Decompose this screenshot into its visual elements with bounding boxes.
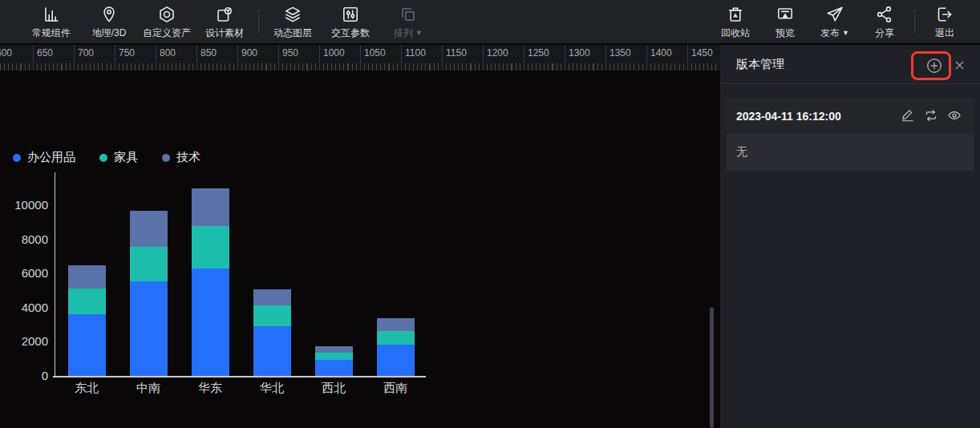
canvas-vertical-scrollbar[interactable] <box>710 307 714 428</box>
toolbar-item-arrange[interactable]: 排列▼ <box>379 0 437 43</box>
bar-segment[interactable] <box>192 269 229 376</box>
bar-segment[interactable] <box>68 265 106 289</box>
y-axis-tick-label: 10000 <box>0 198 48 212</box>
bar-segment[interactable] <box>377 345 415 376</box>
version-panel: 版本管理 2023-04-11 16:12:00 无 <box>720 45 980 428</box>
top-toolbar: 常规组件 地理/3D 自定义资产 设计素材 动态图层 交互参数 排列▼ 回收站 … <box>0 0 980 43</box>
toolbar-item-chart-bars[interactable]: 常规组件 <box>22 0 80 43</box>
design-material-icon <box>215 4 234 25</box>
ruler-label: 1450 <box>691 47 713 59</box>
bar-segment[interactable] <box>68 289 106 314</box>
chart-legend: 办公用品 家具 技术 <box>13 150 200 165</box>
monitor-preview-icon <box>775 4 795 25</box>
ruler-label: 1050 <box>364 47 386 59</box>
toolbar-item-design-material[interactable]: 设计素材 <box>196 0 253 43</box>
ruler-label: 1400 <box>650 47 672 59</box>
toolbar-item-label: 动态图层 <box>273 26 312 40</box>
bar-segment[interactable] <box>192 226 229 269</box>
legend-label: 家具 <box>114 150 138 165</box>
ruler-label: 600 <box>0 47 12 59</box>
toolbar-item-hexagon-asset[interactable]: 自定义资产 <box>138 0 196 43</box>
ruler-label: 850 <box>200 47 217 59</box>
bar-segment[interactable] <box>130 247 168 281</box>
ruler-major-tick <box>33 45 34 71</box>
ruler-label: 1300 <box>569 47 590 59</box>
legend-item[interactable]: 办公用品 <box>13 150 75 165</box>
sliders-icon <box>341 4 360 25</box>
share-nodes-icon <box>875 4 894 25</box>
version-card[interactable]: 2023-04-11 16:12:00 无 <box>727 99 974 171</box>
legend-dot-icon <box>162 154 170 162</box>
ruler-major-tick <box>360 45 361 71</box>
bar-segment[interactable] <box>377 318 415 331</box>
x-axis-category-label: 西南 <box>364 381 427 396</box>
chevron-down-icon: ▼ <box>415 30 423 37</box>
rollback-icon <box>924 108 938 125</box>
layers-icon <box>283 4 302 25</box>
ruler-label: 1100 <box>405 47 426 59</box>
ruler-major-tick <box>319 45 320 71</box>
exit-icon <box>935 4 954 25</box>
ruler-major-tick <box>196 45 197 71</box>
ruler-label: 900 <box>241 47 257 59</box>
toolbar-item-share-nodes[interactable]: 分享 <box>860 0 909 43</box>
view-version-button[interactable] <box>947 109 962 123</box>
bar-segment[interactable] <box>253 305 291 327</box>
hexagon-asset-icon <box>157 4 176 25</box>
ruler-label: 1000 <box>323 47 345 59</box>
toolbar-separator <box>258 10 259 34</box>
toolbar-item-label: 分享 <box>875 26 894 40</box>
bar-segment[interactable] <box>315 353 353 360</box>
y-axis-tick-label: 2000 <box>0 334 48 348</box>
ruler-label: 1250 <box>528 47 549 59</box>
bar-segment[interactable] <box>192 188 229 226</box>
ruler-major-tick <box>687 45 688 71</box>
ruler-label: 950 <box>282 47 298 59</box>
toolbar-item-sliders[interactable]: 交互参数 <box>322 0 379 43</box>
bar-segment[interactable] <box>253 289 291 305</box>
y-axis-tick-label: 4000 <box>0 301 48 314</box>
bar-segment[interactable] <box>130 211 168 247</box>
arrange-icon <box>399 4 418 25</box>
horizontal-ruler: 6006507007508008509009501000105011001150… <box>0 45 720 71</box>
design-canvas[interactable]: 办公用品 家具 技术0200040006000800010000东北中南华东华北… <box>0 71 720 428</box>
toolbar-item-exit[interactable]: 退出 <box>920 0 970 43</box>
bar-segment[interactable] <box>315 360 353 376</box>
toolbar-item-label: 自定义资产 <box>143 26 191 40</box>
toolbar-item-paper-plane[interactable]: 发布▼ <box>810 0 860 43</box>
toolbar-item-trash[interactable]: 回收站 <box>711 0 760 43</box>
legend-item[interactable]: 家具 <box>99 150 138 165</box>
toolbar-item-label: 常规组件 <box>32 26 71 40</box>
ruler-label: 650 <box>37 47 53 59</box>
legend-label: 办公用品 <box>27 150 75 165</box>
toolbar-item-monitor-preview[interactable]: 预览 <box>760 0 810 43</box>
y-axis-tick-label: 0 <box>0 369 48 382</box>
toolbar-left-group: 常规组件 地理/3D 自定义资产 设计素材 动态图层 交互参数 排列▼ <box>22 0 437 43</box>
y-axis-line <box>55 172 55 377</box>
toolbar-item-label: 交互参数 <box>331 26 370 40</box>
close-panel-button[interactable] <box>953 59 966 72</box>
version-card-header: 2023-04-11 16:12:00 <box>727 99 974 134</box>
eye-icon <box>947 108 962 125</box>
toolbar-item-label: 退出 <box>935 26 954 40</box>
x-axis-category-label: 华东 <box>179 381 241 396</box>
legend-item[interactable]: 技术 <box>162 150 200 165</box>
bar-segment[interactable] <box>377 331 415 345</box>
y-axis-tick-label: 6000 <box>0 266 48 280</box>
toolbar-item-map-pin[interactable]: 地理/3D <box>80 0 138 43</box>
paper-plane-icon <box>825 4 844 25</box>
map-pin-icon <box>99 4 119 25</box>
bar-segment[interactable] <box>253 326 291 376</box>
toolbar-item-label: 排列▼ <box>394 26 423 40</box>
add-version-button[interactable] <box>925 57 943 75</box>
rollback-version-button[interactable] <box>924 109 938 123</box>
bar-segment[interactable] <box>130 281 168 376</box>
ruler-major-tick <box>483 45 484 71</box>
bar-segment[interactable] <box>68 314 106 376</box>
toolbar-item-layers[interactable]: 动态图层 <box>264 0 322 43</box>
toolbar-item-label: 设计素材 <box>205 26 244 40</box>
bar-segment[interactable] <box>315 346 353 353</box>
chevron-down-icon: ▼ <box>842 30 849 37</box>
ruler-major-tick <box>401 45 402 71</box>
edit-version-button[interactable] <box>901 109 915 123</box>
